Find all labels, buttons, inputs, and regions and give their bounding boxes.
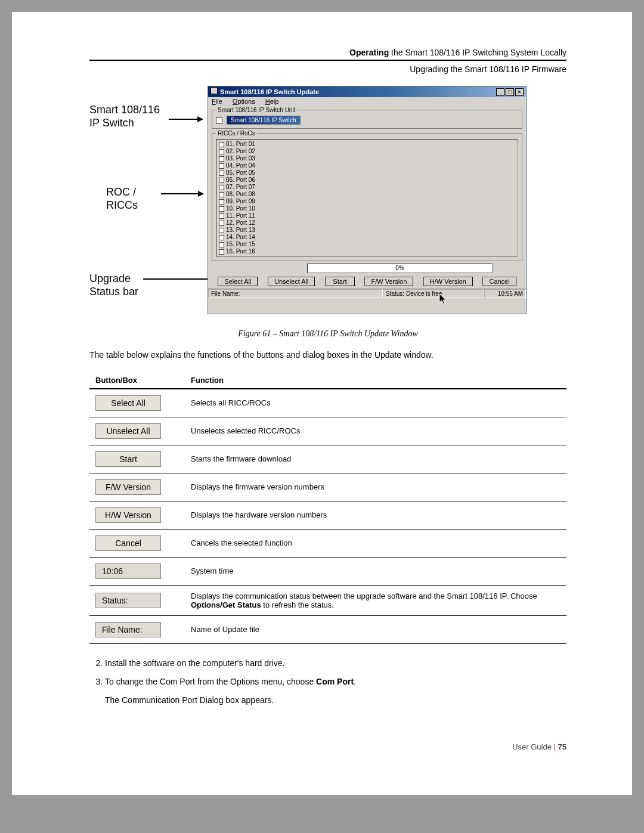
select-all-button[interactable]: Select All [218,277,258,286]
button-chip: H/W Version [95,507,161,523]
function-cell: System time [185,557,566,585]
group-switch-unit: Smart 108/116 IP Switch Unit Smart 108/1… [212,107,522,129]
table-row: CancelCancels the selected function [89,529,566,557]
progress-bar: 0% [307,264,493,273]
hw-version-button[interactable]: H/W Version [423,277,473,286]
statusbar-filename: File Name: [208,289,383,298]
window-title: Smart 108/116 IP Switch Update [220,88,319,95]
port-item[interactable]: 03. Port 03 [219,155,515,162]
port-item[interactable]: 08. Port 08 [219,191,515,198]
function-cell: Cancels the selected function [185,529,566,557]
document-page: Operating the Smart 108/116 IP Switching… [12,12,632,795]
port-item[interactable]: 06. Port 06 [219,176,515,184]
port-item[interactable]: 14. Port 14 [219,234,515,241]
group-switch-unit-legend: Smart 108/116 IP Switch Unit [216,107,297,113]
port-item[interactable]: 01. Port 01 [219,141,515,148]
statusbar-status: Status: Device is free [383,289,484,298]
minimize-button[interactable]: _ [496,88,504,96]
group-riccs: RICCs / RoCs 01. Port 01 02. Port 02 03.… [212,130,522,261]
table-row: 10:06System time [89,557,566,585]
header-rest: the Smart 108/116 IP Switching System Lo… [389,48,566,57]
menubar: File Options Help [208,97,526,106]
callout-statusbar: Status bar [89,286,138,299]
table-row: File Name:Name of Update file [89,615,566,643]
figure-caption: Figure 61 – Smart 108/116 IP Switch Upda… [89,329,566,339]
unit-label[interactable]: Smart 108/116 IP Switch [227,116,301,125]
button-chip: 10:06 [95,563,161,579]
table-row: F/W VersionDisplays the firmware version… [89,473,566,501]
button-chip: File Name: [95,622,161,637]
callout-ipswitch: Smart 108/116IP Switch [89,104,160,129]
maximize-button[interactable]: □ [506,88,514,96]
status-bar: File Name: Status: Device is free 10:55 … [208,289,526,298]
start-button[interactable]: Start [325,277,355,286]
button-chip: Status: [95,593,161,608]
button-chip: Select All [95,395,161,411]
button-chip: Cancel [95,535,161,551]
steps-list: Install the software on the computer's h… [89,657,566,707]
sub-header: Upgrading the Smart 108/116 IP Firmware [89,64,566,74]
port-item[interactable]: 10. Port 10 [219,205,515,212]
unselect-all-button[interactable]: Unselect All [268,277,315,286]
menu-options[interactable]: Options [233,98,255,105]
port-item[interactable]: 12. Port 12 [219,219,515,227]
header-bold: Operating [349,48,389,57]
header-rule [89,60,566,61]
table-row: H/W VersionDisplays the hardware version… [89,501,566,529]
port-item[interactable]: 05. Port 05 [219,169,515,176]
button-chip: Unselect All [95,423,161,439]
button-chip: F/W Version [95,479,161,495]
function-table: Button/Box Function Select AllSelects al… [89,372,566,644]
port-item[interactable]: 11. Port 11 [219,212,515,219]
th-function: Function [185,372,566,389]
page-footer: User Guide | 75 [89,742,566,751]
update-window: Smart 108/116 IP Switch Update _ □ × Fil… [208,86,527,314]
step-2: Install the software on the computer's h… [105,657,566,670]
arrow-roc [161,193,203,194]
table-row: StartStarts the firmware download [89,445,566,473]
function-cell: Displays the hardware version numbers [185,501,566,529]
function-cell: Starts the firmware download [185,445,566,473]
table-row: Select AllSelects all RICC/ROCs [89,389,566,417]
progress-row: 0% [208,262,526,274]
table-row: Status:Displays the communication status… [89,585,566,615]
port-item[interactable]: 15. Port 15 [219,241,515,248]
group-riccs-legend: RICCs / RoCs [216,130,257,137]
port-item[interactable]: 04. Port 04 [219,162,515,169]
intro-paragraph: The table below explains the functions o… [89,349,566,361]
statusbar-time: 10:55 AM [484,289,526,298]
function-cell: Unselects selected RICC/ROCs [185,417,566,445]
figure-61: Smart 108/116IP Switch ROC /RICCs Upgrad… [89,86,566,324]
titlebar[interactable]: Smart 108/116 IP Switch Update _ □ × [208,86,526,97]
fw-version-button[interactable]: F/W Version [364,277,413,286]
table-row: Unselect AllUnselects selected RICC/ROCs [89,417,566,445]
th-button: Button/Box [89,372,185,389]
unit-checkbox[interactable] [216,117,222,124]
arrow-ipswitch [169,119,202,120]
close-button[interactable]: × [515,88,524,96]
port-item[interactable]: 07. Port 07 [219,184,515,191]
menu-file[interactable]: File [212,98,222,105]
callout-upgrade: Upgrade [89,272,131,286]
port-item[interactable]: 09. Port 09 [219,198,515,205]
function-cell: Displays the firmware version numbers [185,473,566,501]
callout-roc: ROC /RICCs [106,186,138,212]
button-chip: Start [95,451,161,467]
port-item[interactable]: 16. Port 16 [219,248,515,255]
port-item[interactable]: 02. Port 02 [219,148,515,155]
port-list: 01. Port 01 02. Port 02 03. Port 03 04. … [216,139,518,257]
menu-help[interactable]: Help [265,98,279,105]
function-cell: Displays the communication status betwee… [185,585,566,615]
button-row: Select All Unselect All Start F/W Versio… [208,274,526,289]
app-icon [210,87,218,94]
function-cell: Name of Update file [185,615,566,643]
cancel-button[interactable]: Cancel [482,277,516,286]
running-header: Operating the Smart 108/116 IP Switching… [89,48,566,57]
port-item[interactable]: 13. Port 13 [219,227,515,234]
step-3: To change the Com Port from the Options … [105,676,566,707]
function-cell: Selects all RICC/ROCs [185,389,566,417]
